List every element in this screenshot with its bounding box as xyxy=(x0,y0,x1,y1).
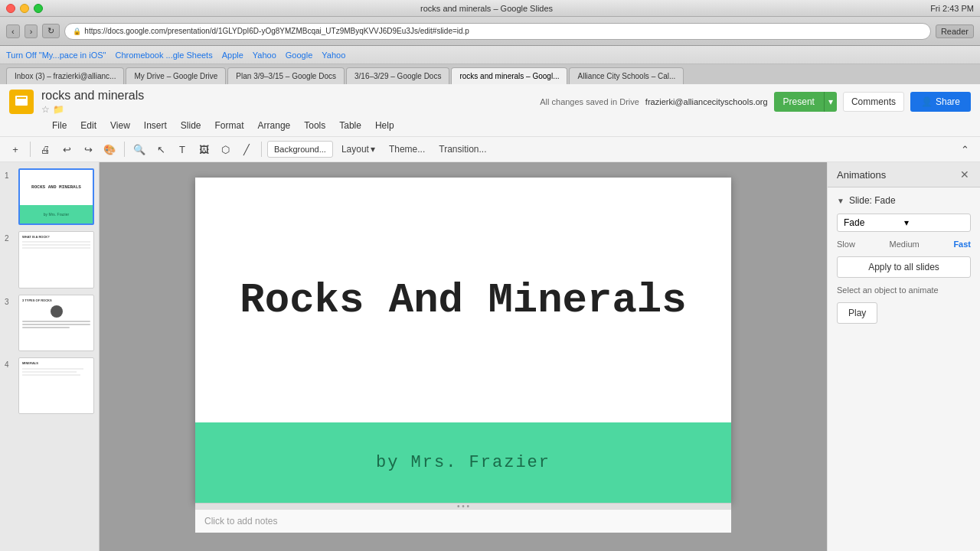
url-bar[interactable]: 🔒 https://docs.google.com/presentation/d… xyxy=(64,23,931,40)
traffic-lights[interactable] xyxy=(6,4,43,13)
animation-dropdown[interactable]: Fade ▾ xyxy=(837,214,971,232)
slide-preview-2[interactable]: WHAT IS A ROCK? xyxy=(18,231,94,288)
cursor-button[interactable]: ↖ xyxy=(152,140,170,158)
menu-help[interactable]: Help xyxy=(369,117,400,134)
play-button[interactable]: Play xyxy=(837,302,877,324)
add-slide-button[interactable]: + xyxy=(6,140,24,158)
maximize-button[interactable] xyxy=(34,4,43,13)
transition-button[interactable]: Transition... xyxy=(433,142,492,157)
menu-file[interactable]: File xyxy=(46,117,73,134)
menu-tools[interactable]: Tools xyxy=(298,117,332,134)
window-title: rocks and minerals – Google Slides xyxy=(43,4,930,13)
slide-thumb-2[interactable]: 2 WHAT IS A ROCK? xyxy=(5,231,94,288)
slide3-thumb-circle xyxy=(51,305,63,318)
slide-thumb-1[interactable]: 1 ROCKS AND MINERALS by Mrs. Frazier xyxy=(5,168,94,225)
slide-main-area[interactable]: Rocks and minerals xyxy=(195,178,731,422)
background-button[interactable]: Background... xyxy=(267,141,333,158)
slide-number-1: 1 xyxy=(5,168,14,180)
present-dropdown-button[interactable]: ▾ xyxy=(824,92,837,112)
speed-row: Slow Medium Fast xyxy=(837,240,971,249)
app-title: rocks and minerals xyxy=(41,89,144,103)
reader-button[interactable]: Reader xyxy=(936,24,974,38)
panel-content: ▼ Slide: Fade Fade ▾ Slow Medium Fast Ap… xyxy=(828,187,980,331)
undo-button[interactable]: ↩ xyxy=(57,140,76,158)
theme-dropdown[interactable]: Theme... xyxy=(384,142,430,157)
comments-button[interactable]: Comments xyxy=(843,92,904,112)
browser-tab-4[interactable]: 3/16–3/29 – Google Docs xyxy=(346,67,449,84)
title-bar-right: Fri 2:43 PM xyxy=(930,4,974,13)
forward-button[interactable]: › xyxy=(24,24,38,38)
panel-section-label[interactable]: ▼ Slide: Fade xyxy=(837,195,971,206)
menu-table[interactable]: Table xyxy=(333,117,368,134)
clock: Fri 2:43 PM xyxy=(930,4,974,13)
menu-view[interactable]: View xyxy=(104,117,136,134)
bookmark-item[interactable]: Apple xyxy=(222,51,243,60)
slide-bottom-bar[interactable]: by Mrs. Frazier xyxy=(195,422,731,503)
apply-all-button[interactable]: Apply to all slides xyxy=(837,256,971,278)
close-button[interactable] xyxy=(6,4,15,13)
speed-slow-label[interactable]: Slow xyxy=(837,240,855,249)
panel-close-button[interactable]: ✕ xyxy=(959,168,971,181)
slide-preview-4[interactable]: MINERALS xyxy=(18,357,94,414)
slide3-thumb-lines xyxy=(22,321,90,328)
panel-header: Animations ✕ xyxy=(828,162,980,187)
folder-icon[interactable]: 📁 xyxy=(53,104,64,115)
collapse-button[interactable]: ⌃ xyxy=(956,140,974,158)
minimize-button[interactable] xyxy=(20,4,29,13)
slide-preview-3[interactable]: 3 TYPES OF ROCKS xyxy=(18,295,94,351)
browser-tab-2[interactable]: My Drive – Google Drive xyxy=(126,67,226,84)
slide-thumb-3[interactable]: 3 3 TYPES OF ROCKS xyxy=(5,295,94,351)
slide1-thumb-subtitle: by Mrs. Frazier xyxy=(20,205,93,224)
back-button[interactable]: ‹ xyxy=(6,24,20,38)
notes-area[interactable]: Click to add notes xyxy=(195,509,731,533)
share-icon: 👤 xyxy=(921,96,933,107)
redo-button[interactable]: ↪ xyxy=(79,140,97,158)
svg-rect-0 xyxy=(15,96,28,106)
browser-tab-6[interactable]: Alliance City Schools – Cal... xyxy=(569,67,684,84)
browser-tab-1[interactable]: Inbox (3) – frazierki@allianc... xyxy=(6,67,124,84)
section-arrow-icon: ▼ xyxy=(837,197,844,205)
menu-slide[interactable]: Slide xyxy=(175,117,207,134)
bookmark-item[interactable]: Chromebook ...gle Sheets xyxy=(115,51,212,60)
menu-insert[interactable]: Insert xyxy=(138,117,173,134)
bookmark-item[interactable]: Yahoo xyxy=(253,51,276,60)
image-button[interactable]: 🖼 xyxy=(194,140,213,158)
present-button-group[interactable]: Present ▾ xyxy=(774,92,837,112)
menu-arrange[interactable]: Arrange xyxy=(252,117,297,134)
slide-number-3: 3 xyxy=(5,295,14,306)
app-logo xyxy=(9,90,34,114)
canvas-area[interactable]: Rocks and minerals by Mrs. Frazier • • •… xyxy=(100,162,827,551)
line-button[interactable]: ╱ xyxy=(237,140,256,158)
slide-title: Rocks and minerals xyxy=(240,277,686,324)
star-icon[interactable]: ☆ xyxy=(41,104,50,115)
speed-fast-label[interactable]: Fast xyxy=(953,240,971,249)
browser-tab-5[interactable]: rocks and minerals – Googl... xyxy=(451,67,567,84)
slide-thumb-4[interactable]: 4 MINERALS xyxy=(5,357,94,414)
layout-dropdown[interactable]: Layout ▾ xyxy=(336,142,381,157)
present-button[interactable]: Present xyxy=(774,92,824,112)
bookmarks-bar: Turn Off "My...pace in iOS" Chromebook .… xyxy=(0,46,980,64)
slides-panel: 1 ROCKS AND MINERALS by Mrs. Frazier 2 W… xyxy=(0,162,100,551)
slide-canvas: Rocks and minerals by Mrs. Frazier xyxy=(195,178,731,503)
bookmark-item[interactable]: Yahoo xyxy=(322,51,345,60)
reload-button[interactable]: ↻ xyxy=(42,24,60,38)
menu-edit[interactable]: Edit xyxy=(74,117,103,134)
bookmark-item[interactable]: Google xyxy=(286,51,312,60)
menu-format[interactable]: Format xyxy=(209,117,250,134)
app-title-icons: ☆ 📁 xyxy=(41,104,144,115)
share-button[interactable]: 👤 Share xyxy=(910,92,971,112)
slide-number-2: 2 xyxy=(5,231,14,243)
slide-preview-1[interactable]: ROCKS AND MINERALS by Mrs. Frazier xyxy=(18,168,94,225)
paint-format-button[interactable]: 🎨 xyxy=(100,140,119,158)
saved-status: All changes saved in Drive xyxy=(540,97,639,106)
shape-button[interactable]: ⬡ xyxy=(216,140,234,158)
slide2-thumb-body xyxy=(22,241,90,249)
text-button[interactable]: T xyxy=(173,140,191,158)
notes-placeholder: Click to add notes xyxy=(204,516,277,527)
speed-medium-label[interactable]: Medium xyxy=(890,240,920,249)
zoom-button[interactable]: 🔍 xyxy=(130,140,149,158)
browser-tab-3[interactable]: Plan 3/9–3/15 – Google Docs xyxy=(227,67,345,84)
print-button[interactable]: 🖨 xyxy=(36,140,54,158)
collapse-handle[interactable]: • • • xyxy=(195,503,731,509)
bookmark-item[interactable]: Turn Off "My...pace in iOS" xyxy=(6,51,106,60)
